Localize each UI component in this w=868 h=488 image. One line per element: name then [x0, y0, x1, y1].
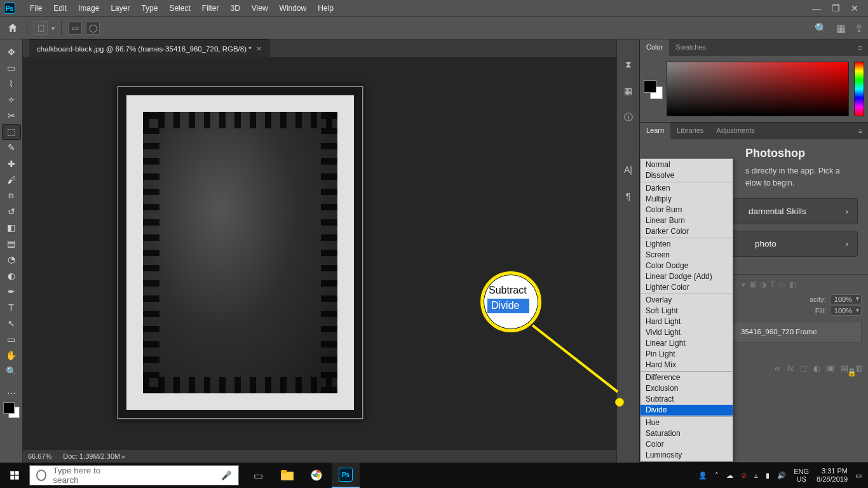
search-icon[interactable]: 🔍	[815, 22, 827, 34]
blend-soft-light[interactable]: Soft Light	[641, 306, 733, 316]
blend-divide[interactable]: Divide	[641, 405, 733, 416]
people-icon[interactable]: 👤	[698, 471, 707, 480]
minimize-button[interactable]: —	[807, 3, 826, 13]
frame-tool-option-a[interactable]: ⬚	[34, 21, 48, 35]
blend-hard-mix[interactable]: Hard Mix	[641, 360, 733, 370]
filter-icon[interactable]: ▾	[742, 280, 745, 289]
panel-color-swatch[interactable]	[644, 80, 661, 98]
blend-overlay[interactable]: Overlay	[641, 295, 733, 306]
blend-subtract[interactable]: Subtract	[641, 394, 733, 405]
blend-darken[interactable]: Darken	[641, 183, 733, 194]
security-icon[interactable]: ⊘	[741, 471, 747, 480]
notifications-icon[interactable]: ▭	[855, 471, 862, 480]
layer-fx-icon[interactable]: fx	[787, 363, 794, 373]
properties-panel-icon[interactable]: ▦	[621, 84, 635, 98]
menu-layer[interactable]: Layer	[105, 4, 135, 13]
new-layer-icon[interactable]: ▤	[841, 363, 848, 373]
photoshop-task-icon[interactable]: Ps	[332, 463, 360, 488]
blend-normal[interactable]: Normal	[641, 159, 733, 170]
paragraph-panel-icon[interactable]: ¶	[621, 189, 635, 203]
heal-tool[interactable]: ✚	[3, 156, 20, 171]
blend-dissolve[interactable]: Dissolve	[641, 170, 733, 181]
edit-toolbar[interactable]: ⋯	[3, 386, 20, 401]
blur-tool[interactable]: ◔	[3, 252, 20, 267]
panel-menu-icon[interactable]: ≡	[853, 123, 868, 139]
zoom-tool[interactable]: 🔍	[3, 364, 20, 379]
dodge-tool[interactable]: ◐	[3, 268, 20, 283]
menu-type[interactable]: Type	[135, 4, 163, 13]
menu-window[interactable]: Window	[274, 4, 313, 13]
blend-multiply[interactable]: Multiply	[641, 194, 733, 205]
menu-select[interactable]: Select	[163, 4, 196, 13]
hue-strip[interactable]	[854, 62, 864, 116]
workspace-icon[interactable]: ▦	[836, 22, 846, 34]
crop-tool[interactable]: ✂	[3, 109, 20, 123]
blend-color-dodge[interactable]: Color Dodge	[641, 261, 733, 271]
task-view-icon[interactable]: ▭	[244, 463, 272, 488]
move-tool[interactable]: ✥	[3, 44, 20, 59]
blend-linear-dodge-add-[interactable]: Linear Dodge (Add)	[641, 271, 733, 282]
start-button[interactable]	[0, 470, 29, 480]
zoom-level[interactable]: 66.67%	[28, 452, 51, 460]
blend-linear-light[interactable]: Linear Light	[641, 338, 733, 349]
frame-tool[interactable]: ⬚	[3, 125, 20, 139]
menu-edit[interactable]: Edit	[48, 4, 72, 13]
menu-view[interactable]: View	[246, 4, 274, 13]
character-panel-icon[interactable]: A|	[621, 163, 635, 177]
frame-ellipse-option[interactable]: ◯	[86, 21, 100, 35]
blend-difference[interactable]: Difference	[641, 372, 733, 383]
color-swatch[interactable]	[3, 402, 20, 418]
menu-help[interactable]: Help	[312, 4, 339, 13]
network-icon[interactable]: ▵	[754, 471, 758, 480]
opacity-value[interactable]: 100%	[830, 294, 862, 304]
blend-luminosity[interactable]: Luminosity	[641, 450, 733, 461]
blend-color[interactable]: Color	[641, 439, 733, 450]
blend-darker-color[interactable]: Darker Color	[641, 226, 733, 237]
tab-libraries[interactable]: Libraries	[670, 123, 710, 139]
blend-vivid-light[interactable]: Vivid Light	[641, 327, 733, 338]
shape-tool[interactable]: ▭	[3, 332, 20, 347]
stamp-tool[interactable]: ⧈	[3, 188, 20, 203]
history-brush-tool[interactable]: ↺	[3, 204, 20, 219]
share-icon[interactable]: ⇪	[855, 22, 863, 34]
filter-image-icon[interactable]: ▣	[749, 280, 756, 289]
menu-file[interactable]: File	[24, 4, 48, 13]
blend-hue[interactable]: Hue	[641, 417, 733, 428]
blend-lighten[interactable]: Lighten	[641, 239, 733, 250]
adjustment-layer-icon[interactable]: ◐	[813, 363, 820, 373]
lasso-tool[interactable]: ⌇	[3, 76, 20, 91]
tab-swatches[interactable]: Swatches	[669, 39, 712, 56]
chrome-icon[interactable]	[302, 463, 330, 488]
blend-color-burn[interactable]: Color Burn	[641, 205, 733, 215]
close-button[interactable]: ✕	[845, 3, 864, 13]
restore-button[interactable]: ❐	[826, 3, 845, 13]
home-icon[interactable]	[5, 20, 20, 36]
menu-filter[interactable]: Filter	[196, 4, 225, 13]
language-indicator[interactable]: ENGUS	[794, 468, 809, 483]
document-tab[interactable]: chalkboard-black.jpg @ 66.7% (frames-354…	[29, 39, 269, 57]
mic-icon[interactable]: 🎤	[221, 470, 232, 480]
gradient-tool[interactable]: ▤	[3, 236, 20, 251]
tray-chevron-icon[interactable]: ˄	[715, 471, 719, 480]
menu-image[interactable]: Image	[72, 4, 105, 13]
blend-screen[interactable]: Screen	[641, 250, 733, 261]
blend-mode-dropdown[interactable]: NormalDissolveDarkenMultiplyColor BurnLi…	[640, 158, 733, 462]
fill-value[interactable]: 100%	[830, 306, 862, 316]
history-panel-icon[interactable]: ⧗	[621, 57, 635, 71]
blend-lighter-color[interactable]: Lighter Color	[641, 282, 733, 293]
color-picker-field[interactable]	[667, 62, 849, 116]
wand-tool[interactable]: ✧	[3, 92, 20, 107]
layer-mask-icon[interactable]: ◻	[800, 363, 807, 373]
link-layers-icon[interactable]: ∞	[775, 363, 781, 373]
eraser-tool[interactable]: ◧	[3, 220, 20, 235]
canvas[interactable]	[23, 57, 616, 450]
path-select-tool[interactable]: ↖	[3, 316, 20, 330]
blend-saturation[interactable]: Saturation	[641, 428, 733, 439]
filter-adjust-icon[interactable]: ◑	[760, 280, 766, 289]
blend-pin-light[interactable]: Pin Light	[641, 349, 733, 360]
filter-shape-icon[interactable]: ▭	[778, 280, 785, 289]
tab-learn[interactable]: Learn	[640, 123, 670, 139]
info-panel-icon[interactable]: ⓘ	[621, 111, 635, 125]
menu-3d[interactable]: 3D	[224, 4, 245, 13]
blend-linear-burn[interactable]: Linear Burn	[641, 215, 733, 226]
